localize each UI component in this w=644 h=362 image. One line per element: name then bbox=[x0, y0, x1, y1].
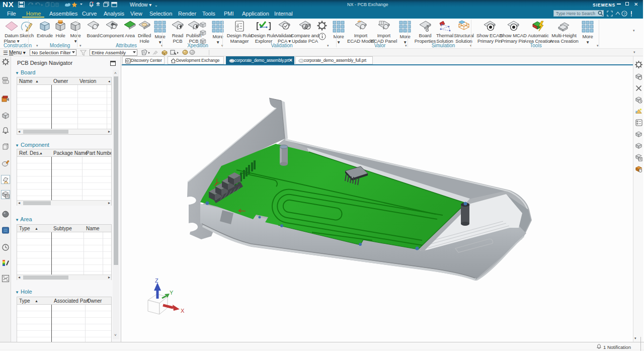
svg-text:X: X bbox=[181, 308, 185, 314]
svg-text:Y: Y bbox=[170, 290, 174, 296]
svg-text:Z: Z bbox=[155, 278, 158, 284]
svg-text:?: ? bbox=[623, 12, 626, 16]
